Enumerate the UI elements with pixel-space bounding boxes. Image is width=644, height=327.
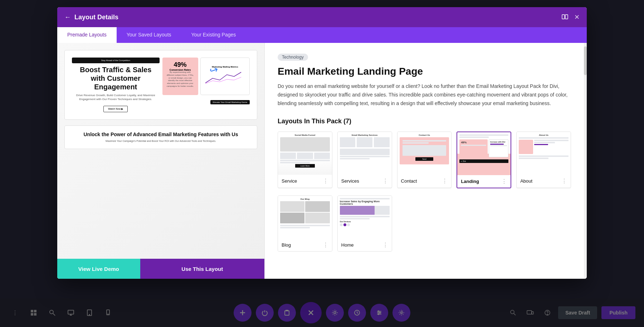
view-live-demo-button[interactable]: View Live Demo xyxy=(57,259,140,279)
thumb-about-inner: About Us xyxy=(517,132,571,175)
detail-panel: Technology Email Marketing Landing Page … xyxy=(265,43,584,279)
back-arrow-icon[interactable]: ← xyxy=(64,14,71,21)
use-this-layout-button[interactable]: Use This Layout xyxy=(140,259,264,279)
layout-thumb-about[interactable]: About Us xyxy=(516,132,571,188)
grid-empty-3 xyxy=(516,195,571,252)
mockup-section2-title: Unlock the Power of Advanced Email Marke… xyxy=(72,132,250,137)
mockup-stat-number: 49% xyxy=(166,61,195,69)
thumb-more-contact[interactable]: ⋮ xyxy=(442,178,448,184)
thumb-landing-inner: 49% Increase with Divi xyxy=(457,132,511,175)
thumb-more-services[interactable]: ⋮ xyxy=(382,178,388,184)
thumb-img-landing: 49% Increase with Divi xyxy=(457,132,511,175)
layout-title: Email Marketing Landing Page xyxy=(278,66,571,77)
preview-mockup: Stay Ahead of the Competition Boost Traf… xyxy=(57,43,264,259)
layouts-grid-row2: Our Blog xyxy=(278,195,571,252)
mockup-stay-ahead: Stay Ahead of the Competition xyxy=(72,58,160,63)
modal-overlay: ← Layout Details ✕ Premade Layouts Your … xyxy=(0,0,644,327)
modal-tabs: Premade Layouts Your Saved Layouts Your … xyxy=(57,27,587,43)
thumb-name-services: Services xyxy=(341,178,359,184)
thumb-label-row-blog: Blog ⋮ xyxy=(278,239,332,251)
thumb-more-landing[interactable]: ⋮ xyxy=(501,178,507,185)
tab-premade-layouts[interactable]: Premade Layouts xyxy=(57,27,117,43)
preview-image: Stay Ahead of the Competition Boost Traf… xyxy=(57,43,264,259)
svg-rect-34 xyxy=(565,15,568,19)
thumb-more-social[interactable]: ⋮ xyxy=(323,178,328,184)
mockup-stat-desc: By experimenting with different subject … xyxy=(166,71,195,88)
grid-empty-1 xyxy=(397,195,452,252)
layout-thumb-contact[interactable]: Contact Us Send xyxy=(397,132,452,188)
modal-header: ← Layout Details ✕ xyxy=(57,7,587,27)
layout-thumb-blog[interactable]: Our Blog xyxy=(278,195,332,252)
mockup-hero-section: Stay Ahead of the Competition Boost Traf… xyxy=(64,50,257,120)
grid-empty-2 xyxy=(457,195,511,252)
layouts-grid-row1: Social Media Funnel Learn More Service xyxy=(278,132,571,188)
thumb-more-about[interactable]: ⋮ xyxy=(561,178,567,184)
category-badge: Technology xyxy=(278,54,308,61)
thumb-label-row-about: About ⋮ xyxy=(517,175,571,187)
thumb-img-contact: Contact Us Send xyxy=(397,132,452,175)
close-modal-icon[interactable]: ✕ xyxy=(574,13,580,21)
preview-panel: Stay Ahead of the Competition Boost Traf… xyxy=(57,43,265,279)
thumb-name-home: Home xyxy=(341,242,354,248)
thumb-label-row-home: Home ⋮ xyxy=(338,239,392,251)
thumb-name-social: Service xyxy=(282,178,297,184)
thumb-name-contact: Contact xyxy=(401,178,417,184)
layout-thumb-social[interactable]: Social Media Funnel Learn More Service xyxy=(278,132,332,188)
thumb-more-blog[interactable]: ⋮ xyxy=(323,242,328,248)
thumb-label-row-social: Service ⋮ xyxy=(278,175,332,187)
layout-thumb-home[interactable]: Increase Sales by Engaging More Customer… xyxy=(337,195,392,252)
mockup-watch-btn[interactable]: Watch Now ▶ xyxy=(103,106,128,112)
thumb-label-row-landing: Landing ⋮ xyxy=(457,175,511,188)
columns-icon[interactable] xyxy=(561,13,569,22)
scroll-thumb[interactable] xyxy=(584,46,587,75)
thumb-img-about: About Us xyxy=(517,132,571,175)
thumb-img-home: Increase Sales by Engaging More Customer… xyxy=(338,196,392,239)
mockup-hero-title: Boost Traffic & Sales with Customer Enga… xyxy=(72,65,160,91)
modal-header-left: ← Layout Details xyxy=(64,14,118,21)
thumb-label-row-services: Services ⋮ xyxy=(338,175,392,187)
thumb-contact-inner: Contact Us Send xyxy=(397,132,452,175)
mockup-elevate-badge: Elevate Your Email Marketing Game xyxy=(210,100,250,104)
thumb-name-landing: Landing xyxy=(461,179,479,184)
thumb-name-blog: Blog xyxy=(282,242,291,248)
thumb-social-inner: Social Media Funnel Learn More xyxy=(278,132,332,175)
thumb-services-inner: Email Marketing Services xyxy=(338,132,392,175)
thumb-label-row-contact: Contact ⋮ xyxy=(397,175,452,187)
mockup-stat-label: Conversion Rates xyxy=(166,69,195,71)
thumb-home-inner: Increase Sales by Engaging More Customer… xyxy=(338,196,392,239)
tab-existing-pages[interactable]: Your Existing Pages xyxy=(181,27,246,43)
layout-thumb-landing[interactable]: 49% Increase with Divi xyxy=(457,132,511,188)
thumb-name-about: About xyxy=(520,178,532,184)
thumb-more-home[interactable]: ⋮ xyxy=(382,242,388,248)
layout-details-modal: ← Layout Details ✕ Premade Layouts Your … xyxy=(57,7,587,279)
modal-body: Stay Ahead of the Competition Boost Traf… xyxy=(57,43,587,279)
page-background: ⋮ xyxy=(0,0,644,327)
thumb-img-blog: Our Blog xyxy=(278,196,332,239)
preview-actions: View Live Demo Use This Layout xyxy=(57,259,264,279)
mockup-section2-desc: Maximize Your Campaign's Potential and B… xyxy=(72,139,250,143)
pack-label: Layouts In This Pack (7) xyxy=(278,118,571,125)
svg-rect-33 xyxy=(562,15,565,19)
layout-thumb-services[interactable]: Email Marketing Services xyxy=(337,132,392,188)
thumb-blog-inner: Our Blog xyxy=(278,196,332,239)
modal-header-right: ✕ xyxy=(561,13,580,22)
thumb-img-social: Social Media Funnel Learn More xyxy=(278,132,332,175)
mockup-section2: Unlock the Power of Advanced Email Marke… xyxy=(64,125,257,149)
tab-saved-layouts[interactable]: Your Saved Layouts xyxy=(117,27,181,43)
modal-title: Layout Details xyxy=(74,14,118,21)
mockup-stat-card: 49% Conversion Rates By experimenting wi… xyxy=(162,58,198,95)
thumb-img-services: Email Marketing Services xyxy=(338,132,392,175)
mockup-hero-subtitle: Drive Revenue Growth, Build Customer Loy… xyxy=(72,93,160,101)
mockup-cards: 49% Conversion Rates By experimenting wi… xyxy=(162,58,250,95)
mockup-chart-card: Marketing Mailing Metrics xyxy=(200,58,250,95)
layout-description: Do you need an email marketing website f… xyxy=(278,82,571,108)
scrollbar[interactable] xyxy=(584,43,587,279)
